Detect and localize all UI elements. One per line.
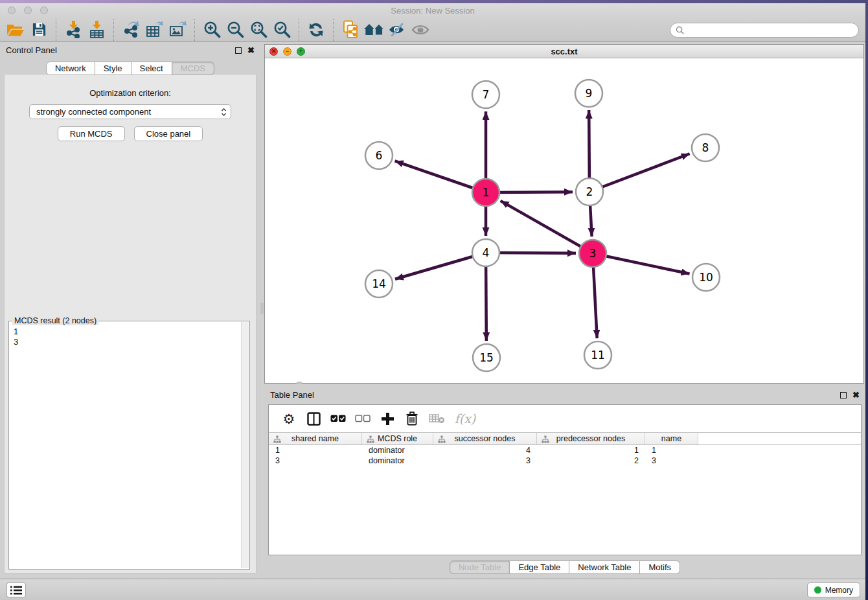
control-panel-titlebar[interactable]: Control Panel ✖: [0, 42, 260, 58]
panel-divider-handle[interactable]: [260, 303, 264, 314]
select-all-button[interactable]: [326, 408, 350, 430]
table-cell[interactable]: 4: [433, 445, 537, 456]
graph-edge-2-8[interactable]: [589, 154, 690, 192]
tab-network-table[interactable]: Network Table: [569, 560, 640, 574]
export-table-button[interactable]: [143, 19, 166, 41]
search-field[interactable]: [670, 23, 859, 38]
export-network-button[interactable]: [119, 19, 143, 41]
table-panel-titlebar[interactable]: Table Panel ✖: [264, 387, 865, 403]
task-history-button[interactable]: [6, 583, 26, 597]
column-header-successor-nodes[interactable]: successor nodes: [433, 433, 537, 444]
graph-node-4[interactable]: 4: [472, 239, 499, 266]
close-panel-button-2[interactable]: Close panel: [134, 126, 203, 141]
hide-details-button[interactable]: [385, 19, 409, 41]
refresh-button[interactable]: [304, 19, 328, 41]
unchecked-boxes-icon: [355, 415, 371, 422]
tab-mcds[interactable]: MCDS: [172, 62, 214, 75]
window-resize-handle[interactable]: [297, 382, 302, 384]
graph-node-14[interactable]: 14: [365, 270, 393, 297]
table-cell[interactable]: 3: [645, 456, 698, 466]
table-row[interactable]: 1dominator411: [269, 445, 861, 456]
column-header-predecessor-nodes[interactable]: predecessor nodes: [537, 433, 645, 444]
run-mcds-button[interactable]: Run MCDS: [58, 126, 125, 141]
graph-edge-3-10[interactable]: [593, 253, 690, 274]
close-network-button[interactable]: ✕: [269, 47, 278, 56]
split-columns-button[interactable]: [301, 408, 326, 430]
app-titlebar[interactable]: Session: New Session: [0, 3, 865, 17]
graph-node-6[interactable]: 6: [365, 142, 393, 169]
tab-style[interactable]: Style: [95, 62, 131, 75]
table-cell[interactable]: dominator: [362, 445, 433, 456]
table-cell[interactable]: 3: [433, 456, 537, 466]
search-input[interactable]: [687, 26, 853, 35]
graph-node-3[interactable]: 3: [579, 240, 606, 267]
delete-row-button[interactable]: [400, 408, 424, 430]
eye-icon: [411, 22, 429, 38]
graph-node-7[interactable]: 7: [472, 81, 499, 108]
export-image-button[interactable]: [166, 19, 189, 41]
graph-node-15[interactable]: 15: [473, 344, 500, 371]
minimize-window-button[interactable]: [24, 6, 32, 14]
column-header-MCDS-role[interactable]: MCDS role: [362, 433, 433, 444]
graph-node-8[interactable]: 8: [692, 134, 719, 161]
table-row[interactable]: 3dominator323: [269, 456, 861, 466]
close-window-button[interactable]: [8, 6, 16, 14]
graph-node-1[interactable]: 1: [472, 179, 499, 206]
function-builder-button[interactable]: f(x): [449, 408, 481, 430]
graph-node-label: 14: [372, 277, 386, 290]
criterion-dropdown[interactable]: strongly connected component: [29, 104, 231, 119]
mcds-result-list[interactable]: 13: [10, 327, 241, 568]
column-header-shared-name[interactable]: shared name: [269, 433, 362, 444]
float-table-panel-button[interactable]: [840, 392, 847, 398]
table-cell[interactable]: 1: [537, 445, 645, 456]
graph-edge-1-6[interactable]: [395, 161, 486, 192]
add-row-button[interactable]: [375, 408, 400, 430]
graph-node-9[interactable]: 9: [575, 80, 602, 107]
table-cell[interactable]: 1: [269, 445, 362, 456]
tab-motifs[interactable]: Motifs: [640, 560, 680, 574]
graph-node-11[interactable]: 11: [584, 341, 611, 369]
table-cell[interactable]: 1: [645, 445, 698, 456]
zoom-out-button[interactable]: [223, 19, 247, 41]
maximize-network-button[interactable]: +: [297, 47, 305, 56]
table-cell[interactable]: dominator: [362, 456, 433, 466]
close-table-panel-button[interactable]: ✖: [852, 392, 860, 398]
graph-edge-3-1[interactable]: [501, 201, 593, 253]
network-window-titlebar[interactable]: ✕ – + scc.txt: [265, 45, 863, 58]
toolbar-separator: [113, 19, 114, 41]
table-cell[interactable]: 3: [269, 456, 362, 466]
import-table-button[interactable]: [85, 19, 108, 41]
column-header-name[interactable]: name: [645, 433, 698, 444]
close-panel-button[interactable]: ✖: [247, 47, 255, 54]
graph-node-label: 15: [479, 351, 494, 364]
tab-edge-table[interactable]: Edge Table: [510, 560, 569, 574]
delete-table-button[interactable]: [424, 408, 449, 430]
zoom-window-button[interactable]: [40, 6, 48, 14]
tab-select[interactable]: Select: [131, 62, 172, 75]
home-button[interactable]: [362, 19, 385, 41]
copy-network-button[interactable]: [339, 19, 362, 41]
mcds-result-item: 3: [10, 337, 241, 347]
memory-button[interactable]: Memory: [807, 583, 860, 597]
toolbar-separator: [299, 19, 299, 41]
deselect-all-button[interactable]: [350, 408, 375, 430]
open-session-button[interactable]: [4, 19, 27, 41]
table-cell[interactable]: 2: [537, 456, 645, 466]
save-session-button[interactable]: [27, 19, 51, 41]
zoom-fit-button[interactable]: [247, 19, 270, 41]
tab-network[interactable]: Network: [46, 62, 95, 75]
tab-node-table[interactable]: Node Table: [450, 560, 510, 574]
float-panel-button[interactable]: [235, 47, 242, 54]
graph-node-label: 8: [702, 141, 709, 154]
copy-network-icon: [342, 20, 360, 39]
import-network-button[interactable]: [62, 19, 85, 41]
network-canvas[interactable]: 7968124314101511: [265, 58, 863, 383]
graph-node-2[interactable]: 2: [576, 178, 603, 205]
zoom-selected-button[interactable]: [270, 19, 293, 41]
result-scrollbar[interactable]: [241, 322, 249, 568]
zoom-in-button[interactable]: [200, 19, 223, 41]
table-settings-button[interactable]: ⚙: [277, 408, 301, 430]
birds-eye-button[interactable]: [409, 19, 432, 41]
minimize-network-button[interactable]: –: [283, 47, 291, 56]
graph-node-10[interactable]: 10: [692, 264, 720, 291]
